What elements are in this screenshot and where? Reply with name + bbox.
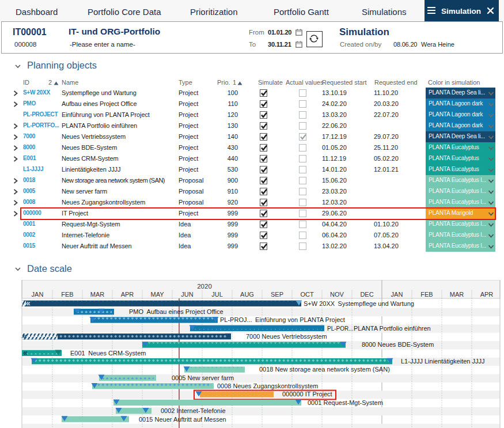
svg-text:JAN: JAN [391,291,403,298]
svg-text:MAY: MAY [150,291,164,298]
svg-text:AUG: AUG [240,291,254,298]
svg-text:0008 Neues Zugangskontrollsyst: 0008 Neues Zugangskontrollsystem [217,382,318,389]
svg-text:JAN: JAN [32,291,44,298]
svg-text:FEB: FEB [61,291,73,298]
svg-text:2020: 2020 [197,283,212,290]
svg-text:PL-PROJ... Einführung von PLAN: PL-PROJ... Einführung von PLANTA Project [220,316,345,323]
svg-text:S+W 20XX Systempflege und Wart: S+W 20XX Systempflege und Wartung [304,300,414,307]
svg-text:DEC: DEC [360,291,373,298]
svg-text:MAR: MAR [90,291,105,298]
svg-text:FEB: FEB [420,291,433,298]
svg-text:0001 Request-Mgt-System: 0001 Request-Mgt-System [308,399,383,406]
svg-text:MAR: MAR [450,291,464,298]
svg-text:PMO Aufbau eines Project Offic: PMO Aufbau eines Project Office [129,308,223,315]
svg-text:APR: APR [121,291,134,298]
svg-text:0002 Internet-Telefonie: 0002 Internet-Telefonie [161,407,226,414]
svg-text:APR: APR [480,291,494,298]
svg-text:0005 New server farm: 0005 New server farm [172,374,234,381]
svg-text:000000 IT Project: 000000 IT Project [282,391,332,397]
svg-text:L1-JJJJ Linientätigkeiten JJJJ: L1-JJJJ Linientätigkeiten JJJJ [401,358,485,365]
svg-text:7000 Neues Vertriebssystem: 7000 Neues Vertriebssystem [246,333,327,340]
svg-text:JUL: JUL [211,291,223,298]
svg-text:8000 Neues BDE-System: 8000 Neues BDE-System [362,341,434,348]
svg-text:JUN: JUN [181,291,193,298]
svg-text:0015 Neuer Auftritt auf Messen: 0015 Neuer Auftritt auf Messen [139,416,226,423]
svg-text:PL-POR...: PL-POR... [327,325,354,332]
svg-text:OCT: OCT [300,291,314,298]
svg-text:0018 New storage area network: 0018 New storage area network system (SA… [259,366,390,373]
svg-text:E001 Neues CRM-System: E001 Neues CRM-System [70,350,146,357]
svg-text:NOV: NOV [330,291,344,298]
svg-text:PLANTA Portfolio einführen: PLANTA Portfolio einführen [354,325,431,332]
svg-text:SEP: SEP [271,291,283,298]
